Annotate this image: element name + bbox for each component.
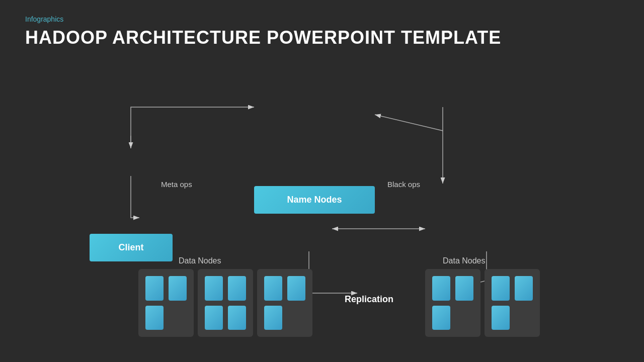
node-square — [145, 306, 164, 330]
replication-label: Replication — [345, 294, 393, 305]
node-square — [145, 276, 164, 301]
node-square — [228, 306, 246, 330]
data-node-box-3 — [257, 269, 312, 337]
node-square — [432, 276, 450, 301]
data-nodes-right-label: Data Nodes — [443, 256, 486, 265]
node-square — [455, 276, 473, 301]
name-nodes-box: Name Nodes — [254, 186, 375, 214]
client-left-box: Client — [90, 234, 173, 261]
node-square — [205, 306, 223, 330]
data-node-box-right-2 — [485, 269, 540, 337]
data-node-box-right-1 — [425, 269, 480, 337]
black-ops-label: Black ops — [387, 180, 420, 189]
node-square — [287, 276, 305, 301]
client-left-label: Client — [118, 242, 143, 253]
header: Infographics HADOOP ARCHITECTURE POWERPO… — [25, 15, 501, 48]
page-title: HADOOP ARCHITECTURE POWERPOINT TEMPLATE — [25, 27, 501, 48]
node-square — [264, 276, 282, 301]
data-nodes-left-group — [138, 269, 312, 337]
node-square — [228, 276, 246, 301]
node-square — [492, 276, 510, 301]
node-square — [515, 276, 533, 301]
node-square — [432, 306, 450, 330]
node-square — [264, 306, 282, 330]
node-square — [492, 306, 510, 330]
data-node-box-1 — [138, 269, 194, 337]
diagram: Meta ops Black ops Data Nodes Data Nodes… — [0, 85, 644, 347]
node-square — [169, 276, 187, 301]
meta-ops-label: Meta ops — [161, 180, 192, 189]
node-square — [205, 276, 223, 301]
data-nodes-left-label: Data Nodes — [179, 256, 221, 265]
data-nodes-right-group — [425, 269, 540, 337]
category-label: Infographics — [25, 15, 501, 23]
data-node-box-2 — [198, 269, 253, 337]
name-nodes-label: Name Nodes — [287, 195, 342, 205]
